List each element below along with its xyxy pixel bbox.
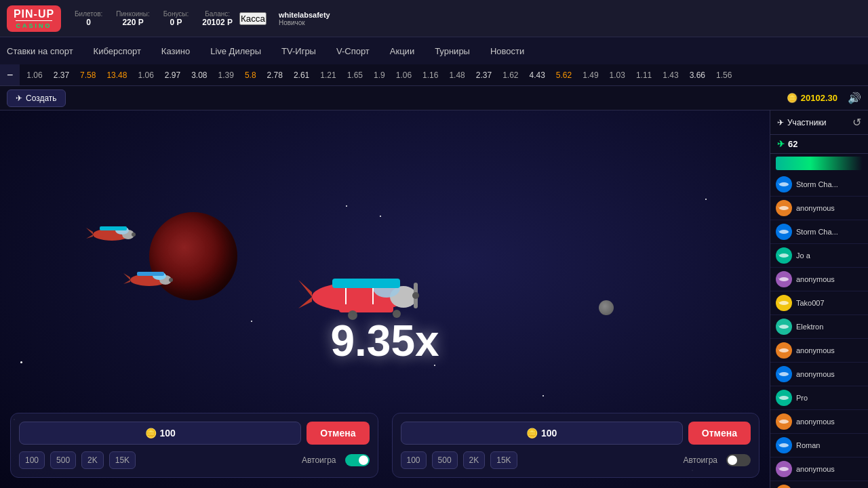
bet-amount-2[interactable]: 🪙 100 (401, 422, 683, 445)
svg-marker-26 (123, 273, 130, 280)
nav-item[interactable]: Казино (161, 46, 190, 56)
nav-item[interactable]: Турниры (435, 46, 470, 56)
auto-toggle-2[interactable] (726, 454, 751, 466)
player-avatar (776, 295, 792, 311)
sound-button[interactable]: 🔊 (848, 92, 861, 104)
svg-point-49 (779, 420, 789, 424)
svg-point-28 (169, 278, 173, 282)
multiplier-value: 1.06 (24, 69, 45, 81)
svg-point-47 (779, 396, 789, 400)
nav-item[interactable]: Новости (490, 46, 524, 56)
player-count: 62 (788, 139, 797, 149)
quick-bet-15k-1[interactable]: 15K (109, 451, 136, 469)
plane-icon: ✈ (16, 94, 22, 103)
star (542, 395, 544, 396)
quick-bet-500-2[interactable]: 500 (432, 451, 458, 469)
kassa-button[interactable]: Касса (239, 12, 267, 25)
bet-panels: 🪙 100 Отмена 100 500 2K 15K Автоигра (0, 403, 770, 488)
balance-amount: 20102.30 (801, 93, 837, 103)
player-avatar (776, 176, 792, 192)
svg-point-37 (779, 277, 789, 281)
player-avatar (776, 271, 792, 287)
create-label: Создать (26, 94, 57, 103)
svg-marker-50 (778, 420, 779, 422)
small-plane-1 (85, 216, 139, 252)
multiplier-value: 1.06 (135, 69, 156, 81)
bet-amount-1[interactable]: 🪙 100 (19, 422, 301, 445)
cancel-button-1[interactable]: Отмена (307, 422, 369, 445)
history-button[interactable]: ↺ (852, 116, 861, 129)
svg-rect-24 (137, 272, 164, 276)
multiplier-value: 1.16 (420, 69, 441, 81)
user-tag: Новичок (279, 19, 330, 26)
quick-bet-100-1[interactable]: 100 (19, 451, 45, 469)
bonus-stat: Бонусы: 0 Р (163, 10, 189, 27)
player-row: anonymous (770, 268, 868, 291)
svg-marker-6 (298, 297, 312, 308)
svg-marker-42 (778, 325, 779, 327)
svg-marker-34 (778, 230, 779, 232)
nav-item[interactable]: Акции (390, 46, 414, 56)
multiplier-display: 9.35x (330, 316, 439, 366)
nav-item[interactable]: Live Дилеры (210, 46, 261, 56)
logo-casino: CASINO (16, 20, 52, 29)
svg-point-41 (779, 325, 789, 329)
small-plane-1-svg (85, 216, 139, 249)
auto-label-1: Автоигра (302, 455, 336, 465)
coin-icon: 🪙 (787, 93, 797, 103)
multiplier-value: 1.48 (446, 69, 467, 81)
nav-item[interactable]: Ставки на спорт (7, 46, 73, 56)
balance-label: Баланс: (205, 10, 230, 18)
multiplier-value: 1.39 (216, 69, 237, 81)
participants-button[interactable]: ✈ Участники (777, 118, 826, 127)
svg-marker-52 (778, 443, 779, 445)
quick-bet-2k-1[interactable]: 2K (81, 451, 104, 469)
activity-graph (776, 157, 863, 170)
cancel-button-2[interactable]: Отмена (688, 422, 751, 445)
count-plane-icon: ✈ (777, 139, 785, 149)
nav-item[interactable]: Киберспорт (94, 46, 141, 56)
player-row: Elektron (770, 315, 868, 339)
multiplier-value: 1.06 (393, 69, 414, 81)
player-row: Storm Cha... (770, 173, 868, 197)
plane-icon-sidebar: ✈ (777, 118, 784, 127)
player-row: anonymous (770, 197, 868, 220)
toggle-thumb-2 (728, 455, 737, 465)
create-button[interactable]: ✈ Создать (7, 89, 66, 107)
svg-marker-48 (778, 396, 779, 398)
svg-marker-32 (778, 206, 779, 208)
multiplier-value: 5.62 (553, 69, 574, 81)
multiplier-value: 1.49 (580, 69, 601, 81)
quick-bet-100-2[interactable]: 100 (401, 451, 427, 469)
svg-marker-19 (86, 235, 93, 239)
multiplier-value: 3.08 (189, 69, 210, 81)
bet-amount-1-value: 100 (160, 428, 176, 439)
player-avatar (776, 366, 792, 382)
svg-marker-27 (123, 280, 130, 284)
nav-item[interactable]: V-Спорт (336, 46, 370, 56)
svg-marker-40 (778, 301, 779, 303)
multiplier-value: 1.65 (344, 69, 366, 81)
player-row: anonymous (770, 363, 868, 386)
quick-bet-500-1[interactable]: 500 (50, 451, 76, 469)
quick-bet-2k-2[interactable]: 2K (463, 451, 486, 469)
logo: PIN-UP CASINO (7, 5, 61, 32)
player-avatar (776, 461, 792, 477)
player-row: Roman (770, 434, 868, 458)
minus-button[interactable]: − (0, 64, 20, 85)
player-name: Storm Cha... (796, 180, 838, 188)
quick-bet-15k-2[interactable]: 15K (490, 451, 517, 469)
nav-item[interactable]: TV-Игры (281, 46, 316, 56)
game-toolbar: ✈ Создать 🪙 20102.30 🔊 (0, 86, 868, 110)
svg-marker-18 (86, 228, 93, 235)
player-name: anonymous (796, 204, 835, 212)
svg-point-43 (779, 348, 789, 352)
moon (599, 300, 614, 315)
multiplier-value: 1.21 (317, 69, 338, 81)
svg-point-33 (779, 230, 789, 234)
star (251, 321, 252, 322)
bonus-label: Бонусы: (163, 10, 189, 18)
svg-rect-16 (100, 226, 127, 230)
multiplier-value: 1.11 (633, 69, 654, 81)
auto-toggle-1[interactable] (345, 454, 370, 466)
